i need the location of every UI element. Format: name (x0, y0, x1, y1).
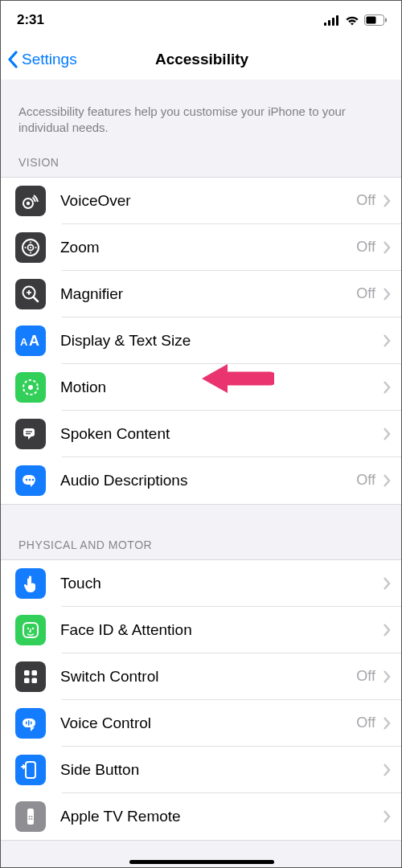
svg-rect-1 (328, 20, 330, 26)
row-label: Magnifier (60, 285, 356, 303)
switch-control-icon (15, 661, 46, 692)
svg-point-23 (28, 385, 33, 390)
zoom-icon (15, 232, 46, 263)
signal-icon (324, 15, 340, 26)
row-face-id-attention[interactable]: Face ID & Attention (1, 607, 402, 653)
chevron-right-icon (382, 287, 392, 301)
svg-rect-24 (23, 428, 35, 436)
row-label: Face ID & Attention (60, 621, 375, 639)
svg-point-32 (27, 627, 29, 628)
svg-point-14 (25, 247, 27, 248)
voiceover-icon (15, 186, 46, 216)
svg-text:A: A (20, 336, 28, 348)
row-label: Zoom (60, 239, 356, 256)
row-touch[interactable]: Touch (1, 560, 402, 607)
chevron-left-icon (7, 51, 18, 68)
list-vision: VoiceOver Off Zoom Off Magnifier Off (1, 177, 402, 505)
chevron-right-icon (382, 240, 392, 255)
svg-point-8 (27, 201, 30, 204)
row-label: Touch (60, 575, 375, 592)
svg-point-45 (31, 816, 33, 817)
svg-point-44 (29, 816, 31, 817)
svg-point-47 (31, 818, 33, 820)
chevron-right-icon (382, 427, 392, 441)
row-status: Off (356, 192, 375, 209)
content-scroll[interactable]: Accessibility features help you customis… (1, 80, 402, 868)
row-magnifier[interactable]: Magnifier Off (1, 271, 402, 317)
svg-rect-40 (28, 720, 30, 726)
row-label: Motion (60, 379, 375, 396)
chevron-right-icon (382, 380, 392, 395)
chevron-right-icon (382, 716, 392, 731)
svg-rect-41 (31, 721, 32, 724)
row-label: VoiceOver (60, 192, 356, 210)
svg-rect-26 (26, 433, 31, 434)
svg-rect-43 (27, 809, 34, 825)
back-button[interactable]: Settings (1, 51, 77, 68)
motion-icon (15, 372, 46, 403)
row-apple-tv-remote[interactable]: Apple TV Remote (1, 793, 402, 840)
row-label: Audio Descriptions (60, 472, 356, 489)
row-status: Off (356, 285, 375, 302)
svg-rect-39 (26, 721, 27, 724)
row-switch-control[interactable]: Switch Control Off (1, 653, 402, 700)
row-label: Spoken Content (60, 425, 375, 443)
touch-icon (15, 568, 46, 599)
home-indicator (129, 860, 274, 864)
svg-rect-35 (32, 670, 38, 676)
audio-descriptions-icon (15, 465, 46, 496)
nav-header: Settings Accessibility (1, 39, 402, 80)
list-physical: Touch Face ID & Attention Switch Control (1, 559, 402, 841)
row-status: Off (356, 668, 375, 685)
svg-point-28 (26, 478, 28, 481)
chevron-right-icon (382, 623, 392, 637)
svg-point-13 (30, 252, 31, 253)
svg-point-12 (30, 241, 31, 243)
svg-point-11 (30, 247, 31, 248)
row-status: Off (356, 239, 375, 256)
row-spoken-content[interactable]: Spoken Content (1, 411, 402, 457)
svg-rect-34 (24, 670, 30, 676)
spoken-content-icon (15, 419, 46, 449)
status-time: 2:31 (17, 12, 44, 28)
row-audio-descriptions[interactable]: Audio Descriptions Off (1, 457, 402, 504)
row-label: Apple TV Remote (60, 808, 375, 825)
svg-point-46 (29, 818, 31, 820)
svg-rect-25 (26, 431, 32, 432)
row-voice-control[interactable]: Voice Control Off (1, 700, 402, 747)
status-bar: 2:31 (1, 1, 402, 39)
svg-point-30 (32, 478, 35, 481)
face-id-icon (15, 615, 46, 645)
row-display-text-size[interactable]: AA Display & Text Size (1, 317, 402, 364)
svg-rect-37 (32, 678, 38, 683)
chevron-right-icon (382, 576, 392, 591)
row-status: Off (356, 714, 375, 731)
svg-text:A: A (29, 333, 39, 349)
svg-rect-6 (385, 18, 387, 23)
side-button-icon (15, 755, 46, 785)
svg-rect-42 (26, 762, 35, 778)
row-zoom[interactable]: Zoom Off (1, 224, 402, 271)
apple-tv-remote-icon (15, 801, 46, 832)
wifi-icon (345, 15, 359, 26)
chevron-right-icon (382, 809, 392, 824)
section-physical-header: PHYSICAL AND MOTOR (1, 538, 402, 559)
row-label: Switch Control (60, 668, 356, 686)
status-indicators (324, 14, 387, 26)
chevron-right-icon (382, 334, 392, 348)
chevron-right-icon (382, 194, 392, 208)
magnifier-icon (15, 279, 46, 309)
chevron-right-icon (382, 669, 392, 684)
svg-rect-2 (332, 18, 334, 26)
voice-control-icon (15, 708, 46, 739)
svg-rect-36 (24, 678, 30, 683)
svg-rect-0 (324, 23, 326, 26)
svg-point-33 (32, 627, 34, 628)
row-label: Display & Text Size (60, 332, 375, 350)
chevron-right-icon (382, 473, 392, 488)
row-voiceover[interactable]: VoiceOver Off (1, 178, 402, 224)
row-side-button[interactable]: Side Button (1, 747, 402, 793)
row-motion[interactable]: Motion (1, 364, 402, 411)
row-status: Off (356, 472, 375, 489)
battery-icon (364, 14, 387, 26)
